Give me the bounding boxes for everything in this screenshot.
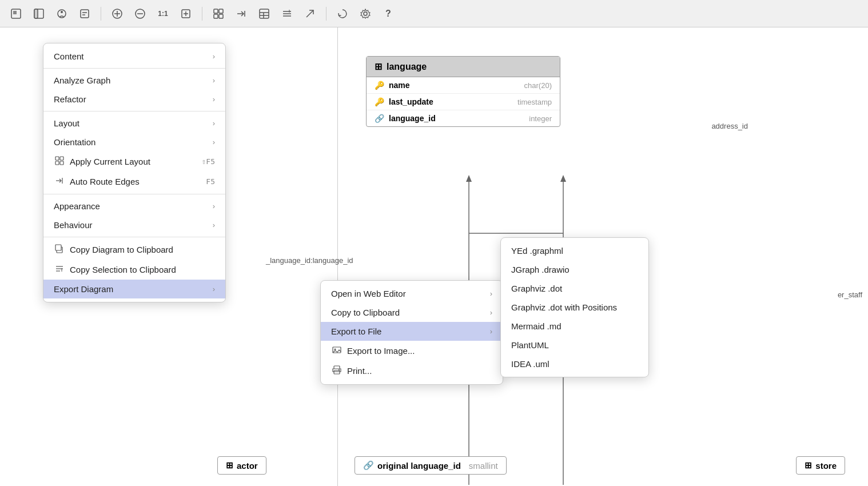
menu-idea-uml[interactable]: IDEA .uml [501,354,648,373]
export-tool-btn[interactable] [301,5,319,23]
table-tool-btn[interactable] [255,5,273,23]
toolbar: 1:1 ? [0,0,868,27]
toolbar-separator-1 [101,7,101,21]
language-table[interactable]: ⊞ language 🔑 name char(20) 🔑 last_update… [366,56,560,127]
fit-tool-btn[interactable]: 1:1 [154,5,172,23]
copy-to-clipboard-arrow: › [490,308,492,317]
toolbar-separator-2 [202,7,202,21]
content-arrow-icon: › [213,52,215,61]
auto-route-shortcut: F5 [206,177,215,186]
export-diagram-arrow-icon: › [213,285,215,293]
apply-layout-shortcut: ⇧F5 [202,157,215,166]
menu-export-to-file[interactable]: Export to File › [321,322,503,341]
menu-mermaid-md[interactable]: Mermaid .md [501,317,648,336]
layout-tool-btn[interactable] [209,5,228,23]
menu-jgraph-drawio[interactable]: JGraph .drawio [501,260,648,279]
settings-tool-btn[interactable] [356,5,375,23]
context-menu-export: Open in Web Editor › Copy to Clipboard ›… [320,280,503,385]
expand-tool-btn[interactable] [177,5,195,23]
menu-appearance[interactable]: Appearance › [43,197,225,216]
menu-yed-graphml[interactable]: YEd .graphml [501,241,648,260]
svg-rect-17 [214,9,218,13]
original-language-table[interactable]: 🔗 original language_id smallint [355,456,507,475]
svg-rect-20 [219,14,223,18]
menu-behaviour[interactable]: Behaviour › [43,216,225,234]
menu-plantuml[interactable]: PlantUML [501,336,648,354]
actor-table-icon: ⊞ [226,460,233,471]
name-field-name: name [389,81,520,90]
svg-marker-34 [560,175,566,182]
menu-print[interactable]: Print... [321,361,503,381]
plantuml-label: PlantUML [511,340,549,350]
language-id-field-name: language_id [389,114,524,123]
original-language-name: original language_id [377,461,461,471]
export-to-image-label: Export to Image... [347,346,415,356]
field-language-id-row[interactable]: 🔗 language_id integer [367,110,560,126]
orientation-arrow-icon: › [213,138,215,146]
original-language-icon: 🔗 [363,460,374,471]
appearance-label: Appearance [54,201,100,211]
list-tool-btn[interactable] [278,5,296,23]
entity-tool-btn[interactable] [53,5,71,23]
note-tool-btn[interactable] [75,5,94,23]
apply-layout-icon [54,156,65,167]
menu-copy-diagram[interactable]: Copy Diagram to Clipboard [43,240,225,260]
menu-refactor[interactable]: Refactor › [43,90,225,109]
export-to-file-label: Export to File [331,326,381,336]
refresh-tool-btn[interactable] [333,5,352,23]
svg-rect-54 [334,371,340,374]
behaviour-arrow-icon: › [213,221,215,229]
layout-arrow-icon: › [213,119,215,128]
svg-rect-42 [55,161,59,165]
svg-rect-43 [60,161,63,165]
behaviour-label: Behaviour [54,220,93,230]
help-tool-btn[interactable]: ? [379,5,397,23]
store-table[interactable]: ⊞ store [796,456,845,475]
language-id-field-icon: 🔗 [375,114,384,123]
svg-rect-3 [34,9,38,18]
menu-auto-route[interactable]: Auto Route Edges F5 [43,172,225,192]
field-last-update-row[interactable]: 🔑 last_update timestamp [367,94,560,110]
auto-route-icon [54,176,65,187]
menu-open-web-editor[interactable]: Open in Web Editor › [321,284,503,303]
menu-export-diagram[interactable]: Export Diagram › [43,280,225,298]
name-field-type: char(20) [524,81,552,90]
menu-apply-layout[interactable]: Apply Current Layout ⇧F5 [43,152,225,172]
menu-graphviz-dot-positions[interactable]: Graphviz .dot with Positions [501,298,648,317]
address-id-label: address_id [711,122,748,130]
add-tool-btn[interactable] [108,5,126,23]
menu-orientation[interactable]: Orientation › [43,133,225,152]
svg-marker-32 [466,175,472,182]
panel-tool-btn[interactable] [30,5,48,23]
menu-content[interactable]: Content › [43,47,225,66]
content-label: Content [54,51,84,61]
jgraph-drawio-label: JGraph .drawio [511,265,570,274]
analyze-graph-label: Analyze Graph [54,75,110,85]
context-menu-export-file: YEd .graphml JGraph .drawio Graphviz .do… [500,237,649,377]
svg-rect-18 [219,9,223,13]
last-update-field-icon: 🔑 [375,97,384,106]
store-table-name: store [815,461,837,471]
field-name-row[interactable]: 🔑 name char(20) [367,77,560,94]
export-to-file-arrow: › [490,327,492,336]
select-tool-btn[interactable] [7,5,25,23]
menu-copy-selection[interactable]: Copy Selection to Clipboard [43,260,225,280]
graphviz-dot-label: Graphviz .dot [511,284,562,293]
language-table-name: language [387,62,427,72]
actor-table[interactable]: ⊞ actor [217,456,266,475]
menu-analyze-graph[interactable]: Analyze Graph › [43,71,225,90]
auto-route-label: Auto Route Edges [70,177,140,186]
svg-rect-23 [260,9,269,18]
original-language-type: smallint [469,461,498,471]
remove-tool-btn[interactable] [131,5,149,23]
menu-layout[interactable]: Layout › [43,114,225,133]
svg-rect-41 [60,157,63,160]
svg-rect-47 [55,245,61,250]
route-tool-btn[interactable] [232,5,250,23]
menu-export-to-image[interactable]: Export to Image... [321,341,503,361]
layout-label: Layout [54,118,79,128]
language-table-header: ⊞ language [367,57,560,77]
menu-graphviz-dot[interactable]: Graphviz .dot [501,279,648,298]
menu-copy-to-clipboard[interactable]: Copy to Clipboard › [321,303,503,322]
refactor-arrow-icon: › [213,95,215,103]
